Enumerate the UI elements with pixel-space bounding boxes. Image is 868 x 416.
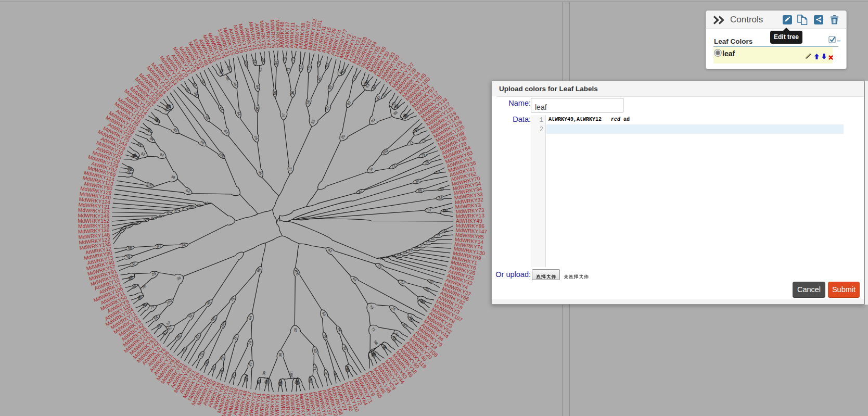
svg-text:64: 64: [296, 381, 300, 385]
svg-text:84: 84: [181, 243, 186, 247]
svg-text:80: 80: [443, 208, 448, 212]
svg-text:33: 33: [253, 59, 257, 64]
svg-text:88: 88: [438, 196, 443, 200]
svg-text:93: 93: [156, 324, 162, 329]
svg-text:84: 84: [371, 84, 376, 90]
svg-text:71: 71: [286, 68, 290, 72]
svg-text:33: 33: [425, 239, 429, 244]
svg-text:29: 29: [261, 58, 265, 62]
svg-text:100: 100: [440, 228, 447, 233]
svg-text:83: 83: [402, 323, 408, 328]
svg-text:73: 73: [299, 65, 303, 70]
svg-text:92: 92: [391, 254, 395, 258]
svg-text:54: 54: [185, 87, 190, 92]
svg-text:26: 26: [254, 135, 259, 141]
svg-text:44: 44: [386, 256, 390, 259]
svg-text:44: 44: [211, 365, 216, 371]
svg-text:0: 0: [182, 207, 185, 211]
svg-text:83: 83: [162, 330, 168, 336]
svg-text:36: 36: [262, 371, 266, 375]
svg-text:92: 92: [408, 248, 413, 253]
svg-text:83: 83: [397, 253, 401, 256]
svg-text:63: 63: [205, 201, 209, 205]
svg-text:38: 38: [171, 174, 176, 179]
svg-text:97: 97: [324, 371, 329, 376]
svg-text:99: 99: [156, 244, 161, 248]
svg-text:100: 100: [381, 148, 389, 155]
svg-text:58: 58: [200, 140, 206, 145]
svg-text:84: 84: [224, 129, 229, 134]
svg-text:64: 64: [248, 315, 252, 320]
svg-text:52: 52: [141, 152, 146, 157]
svg-text:100: 100: [188, 205, 194, 209]
svg-text:63: 63: [309, 379, 313, 384]
svg-text:100: 100: [218, 152, 225, 158]
svg-text:73: 73: [291, 57, 295, 61]
svg-text:68: 68: [306, 100, 311, 105]
svg-text:92: 92: [293, 328, 298, 333]
svg-text:42: 42: [325, 106, 330, 111]
svg-text:0: 0: [159, 214, 161, 218]
svg-text:100: 100: [265, 380, 269, 386]
svg-text:29: 29: [340, 134, 346, 139]
svg-text:76: 76: [181, 347, 186, 353]
svg-text:38: 38: [414, 246, 418, 250]
svg-text:88: 88: [273, 91, 277, 95]
svg-text:98: 98: [275, 60, 278, 65]
svg-text:33: 33: [402, 250, 406, 255]
svg-text:100: 100: [289, 371, 293, 377]
svg-text:86: 86: [418, 188, 423, 192]
svg-text:86: 86: [131, 154, 136, 159]
svg-text:29: 29: [151, 272, 157, 276]
svg-text:52: 52: [341, 68, 346, 73]
svg-text:95: 95: [425, 286, 430, 292]
svg-text:97: 97: [427, 208, 431, 212]
svg-text:84: 84: [137, 142, 142, 147]
svg-text:38: 38: [278, 352, 282, 357]
svg-text:26: 26: [176, 276, 181, 281]
svg-text:97: 97: [282, 113, 285, 117]
svg-text:96: 96: [258, 170, 263, 175]
svg-text:38: 38: [233, 81, 238, 86]
svg-text:84: 84: [159, 152, 164, 157]
svg-text:88: 88: [393, 110, 399, 116]
svg-text:68: 68: [429, 279, 435, 284]
svg-text:64: 64: [219, 106, 224, 111]
svg-text:80: 80: [176, 334, 181, 339]
svg-text:79: 79: [369, 305, 375, 310]
svg-text:83: 83: [220, 356, 225, 361]
svg-text:76: 76: [259, 68, 263, 72]
svg-text:76: 76: [197, 203, 201, 207]
svg-text:57: 57: [419, 243, 424, 247]
svg-text:71: 71: [379, 257, 384, 261]
svg-text:84: 84: [149, 136, 155, 142]
svg-text:90: 90: [257, 380, 261, 384]
svg-text:68: 68: [307, 66, 311, 71]
svg-text:68: 68: [288, 167, 292, 172]
svg-text:42: 42: [430, 236, 436, 241]
svg-text:36: 36: [290, 91, 295, 95]
svg-text:0: 0: [174, 210, 177, 213]
svg-text:58: 58: [373, 340, 378, 346]
svg-text:54: 54: [256, 85, 260, 90]
svg-text:0: 0: [143, 218, 146, 222]
svg-text:71: 71: [352, 74, 358, 80]
svg-text:MdWRKY71: MdWRKY71: [280, 395, 286, 416]
svg-text:99: 99: [371, 118, 376, 123]
svg-text:0: 0: [167, 212, 169, 216]
svg-text:MdWRKY13: MdWRKY13: [456, 212, 485, 219]
svg-text:100: 100: [295, 269, 300, 275]
svg-text:100: 100: [278, 381, 282, 387]
svg-text:52: 52: [311, 119, 315, 124]
svg-text:90: 90: [211, 317, 216, 322]
svg-text:88: 88: [127, 246, 132, 250]
svg-text:71: 71: [313, 366, 317, 371]
svg-text:71: 71: [371, 326, 376, 332]
svg-text:36: 36: [219, 369, 223, 374]
svg-text:47: 47: [248, 362, 253, 367]
svg-text:98: 98: [225, 76, 230, 81]
svg-text:63: 63: [313, 348, 317, 353]
svg-text:100: 100: [165, 299, 173, 305]
svg-text:75: 75: [283, 57, 286, 61]
svg-text:54: 54: [236, 111, 241, 116]
